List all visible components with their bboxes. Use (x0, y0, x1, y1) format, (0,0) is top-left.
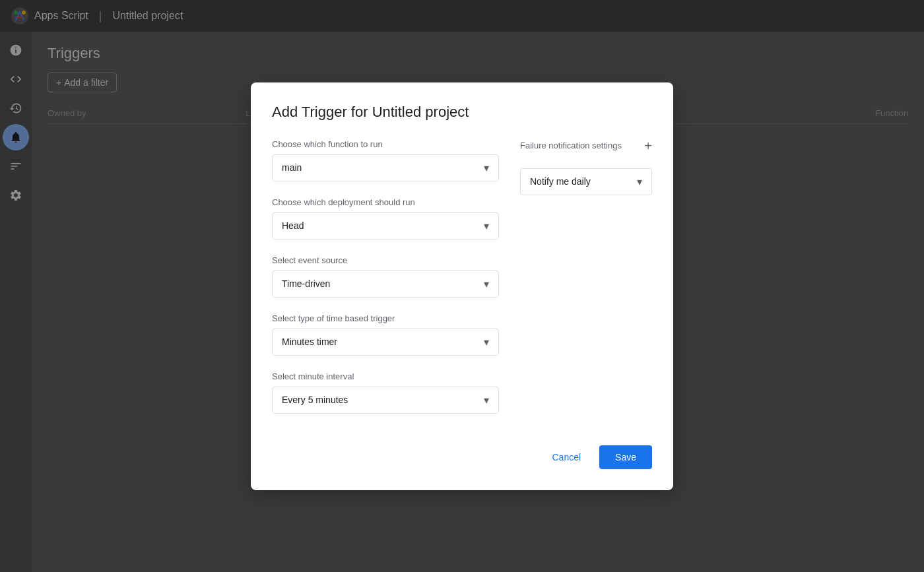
event-source-select-value: Time-driven (282, 278, 330, 289)
deployment-group: Choose which deployment should run Head … (272, 197, 499, 239)
trigger-type-select[interactable]: Minutes timer ▾ (272, 329, 499, 356)
minute-interval-label: Select minute interval (272, 371, 499, 381)
save-button[interactable]: Save (599, 445, 652, 469)
dialog-left-column: Choose which function to run main ▾ Choo… (272, 139, 499, 414)
dialog-body: Choose which function to run main ▾ Choo… (272, 139, 652, 414)
failure-settings-header: Failure notification settings + (520, 139, 652, 152)
event-source-select-arrow-icon: ▾ (484, 278, 489, 290)
failure-settings-add-button[interactable]: + (644, 139, 652, 152)
dialog-title: Add Trigger for Untitled project (272, 104, 652, 121)
notify-select-value: Notify me daily (530, 176, 591, 187)
notify-select[interactable]: Notify me daily ▾ (520, 168, 652, 195)
minute-interval-select-arrow-icon: ▾ (484, 394, 489, 406)
deployment-select-arrow-icon: ▾ (484, 220, 489, 232)
failure-settings-label: Failure notification settings (520, 141, 622, 150)
cancel-button[interactable]: Cancel (539, 445, 594, 469)
minute-interval-select[interactable]: Every 5 minutes ▾ (272, 387, 499, 414)
deployment-label: Choose which deployment should run (272, 197, 499, 207)
minute-interval-select-value: Every 5 minutes (282, 395, 348, 405)
minute-interval-group: Select minute interval Every 5 minutes ▾ (272, 371, 499, 414)
deployment-select[interactable]: Head ▾ (272, 212, 499, 239)
event-source-group: Select event source Time-driven ▾ (272, 255, 499, 298)
function-group: Choose which function to run main ▾ (272, 139, 499, 181)
function-select-arrow-icon: ▾ (484, 162, 489, 174)
trigger-type-select-arrow-icon: ▾ (484, 336, 489, 348)
event-source-label: Select event source (272, 255, 499, 265)
event-source-select[interactable]: Time-driven ▾ (272, 270, 499, 298)
modal-overlay: Add Trigger for Untitled project Choose … (0, 0, 924, 572)
dialog-footer: Cancel Save (272, 435, 652, 469)
function-label: Choose which function to run (272, 139, 499, 149)
function-select[interactable]: main ▾ (272, 154, 499, 181)
function-select-value: main (282, 162, 302, 173)
add-trigger-dialog: Add Trigger for Untitled project Choose … (251, 82, 673, 490)
trigger-type-select-value: Minutes timer (282, 336, 337, 347)
dialog-right-column: Failure notification settings + Notify m… (520, 139, 652, 414)
trigger-type-label: Select type of time based trigger (272, 313, 499, 323)
deployment-select-value: Head (282, 220, 304, 231)
notify-select-arrow-icon: ▾ (637, 175, 642, 188)
trigger-type-group: Select type of time based trigger Minute… (272, 313, 499, 356)
